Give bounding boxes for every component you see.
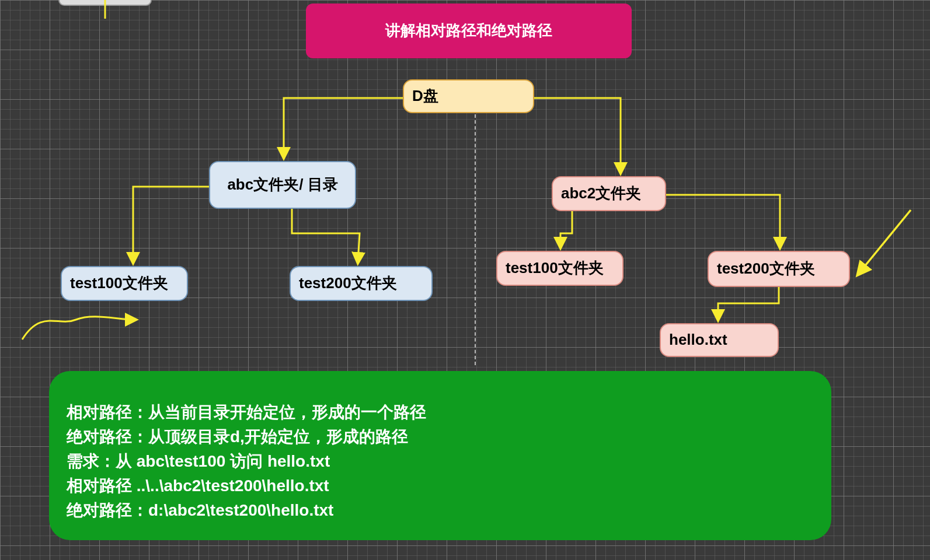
- node-test200-right-label: test200文件夹: [717, 260, 815, 278]
- node-test100-left-label: test100文件夹: [70, 274, 168, 292]
- node-hello-txt[interactable]: hello.txt: [660, 323, 779, 357]
- node-hello-txt-label: hello.txt: [669, 331, 727, 349]
- node-test200-right[interactable]: test200文件夹: [708, 251, 850, 287]
- node-abc-folder[interactable]: abc文件夹/ 目录: [209, 161, 356, 209]
- node-abc2-folder[interactable]: abc2文件夹: [552, 176, 666, 211]
- node-test100-right[interactable]: test100文件夹: [496, 251, 624, 286]
- title-text: 讲解相对路径和绝对路径: [385, 22, 552, 40]
- node-abc2-folder-label: abc2文件夹: [561, 184, 641, 202]
- node-test100-right-label: test100文件夹: [506, 259, 604, 277]
- panel-line-1: 相对路径：从当前目录开始定位，形成的一个路径: [67, 400, 814, 425]
- diagram-canvas: 讲解相对路径和绝对路径 D盘 abc文件夹/ 目录 abc2文件夹 test10…: [0, 0, 930, 560]
- panel-line-4: 相对路径 ..\..\abc2\test200\hello.txt: [67, 474, 814, 498]
- node-abc-folder-label: abc文件夹/ 目录: [227, 176, 337, 194]
- node-test200-left[interactable]: test200文件夹: [290, 266, 433, 301]
- title-box[interactable]: 讲解相对路径和绝对路径: [306, 4, 632, 58]
- panel-line-2: 绝对路径：从顶级目录d,开始定位，形成的路径: [67, 425, 814, 449]
- node-test200-left-label: test200文件夹: [299, 274, 397, 292]
- node-test100-left[interactable]: test100文件夹: [61, 266, 188, 301]
- node-d-drive-label: D盘: [412, 87, 438, 105]
- panel-line-3: 需求：从 abc\test100 访问 hello.txt: [67, 449, 814, 474]
- partial-node-top-left[interactable]: [58, 0, 152, 6]
- info-panel[interactable]: 相对路径：从当前目录开始定位，形成的一个路径 绝对路径：从顶级目录d,开始定位，…: [49, 371, 831, 540]
- panel-line-5: 绝对路径：d:\abc2\test200\hello.txt: [67, 498, 814, 523]
- divider-line: [475, 114, 476, 365]
- node-d-drive[interactable]: D盘: [403, 79, 534, 113]
